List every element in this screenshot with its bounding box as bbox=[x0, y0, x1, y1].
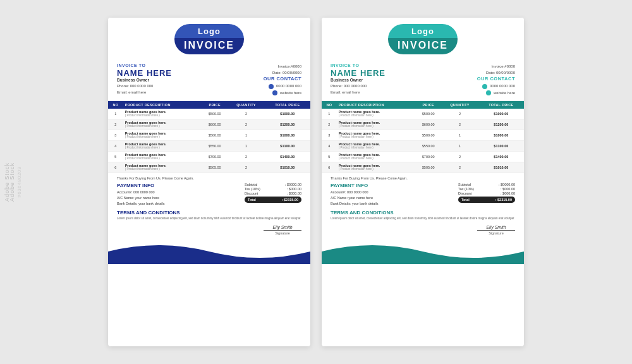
ac-name-left: A/C Name: your name here bbox=[117, 195, 245, 201]
phone-contact-left: 0000 0000 000 bbox=[264, 83, 301, 89]
info-section-left: INVOICE TO NAME HERE Business Owner Phon… bbox=[108, 59, 310, 99]
cell-price: $600.00 bbox=[415, 119, 441, 130]
account-right: Account#: 000 0000 000 bbox=[331, 190, 458, 195]
payment-info-block-right: PAYMENT INFO Account#: 000 0000 000 A/C … bbox=[331, 183, 458, 207]
total-final-right: Total : $2315.00 bbox=[458, 197, 515, 203]
our-contact-label-left: OUR CONTACT bbox=[264, 76, 301, 82]
invoice-meta-right: Invoice:#0000 Date: 00/00/0000 OUR CONTA… bbox=[477, 63, 515, 96]
totals-block-left: Subtotal : $0000.00 Tax (10%) : $000.00 … bbox=[245, 183, 301, 203]
signature-label-left: Signature bbox=[264, 231, 301, 235]
discount-row-left: Discount : $000.00 bbox=[245, 191, 301, 195]
cell-no: 3 bbox=[108, 130, 123, 140]
cell-no: 5 bbox=[322, 151, 337, 162]
table-row: 4 Product name goes here. ( Product Info… bbox=[322, 140, 524, 151]
signature-line-left bbox=[264, 230, 301, 231]
footer-wave-right bbox=[322, 239, 524, 264]
bank-right: Bank Details: your bank details bbox=[331, 201, 458, 207]
col-qty-right: QUANTITY bbox=[441, 101, 478, 109]
phone-right: Phone: 000 0000 000 bbox=[331, 83, 386, 90]
col-total-left: TOTAL PRICE bbox=[265, 101, 310, 109]
account-left: Account#: 000 0000 000 bbox=[117, 190, 245, 195]
cell-qty: 2 bbox=[228, 151, 264, 162]
cell-qty: 2 bbox=[228, 109, 264, 119]
col-no-right: NO bbox=[322, 101, 337, 109]
subtotal-row-right: Subtotal : $0000.00 bbox=[458, 183, 515, 186]
invoice-text-left: INVOICE bbox=[174, 38, 244, 54]
invoice-table-right: NO PRODUCT DESCRIPTION PRICE QUANTITY TO… bbox=[322, 101, 524, 173]
cell-desc: Product name goes here. ( Product Inform… bbox=[123, 140, 202, 151]
bottom-section-left: Thanks For Buying From Us. Please Come A… bbox=[108, 173, 310, 207]
cell-qty: 2 bbox=[228, 119, 264, 130]
cell-price: $500.00 bbox=[415, 130, 441, 140]
cell-total: $1000.00 bbox=[478, 109, 524, 119]
website-icon-left bbox=[272, 90, 277, 95]
cell-desc: Product name goes here. ( Product Inform… bbox=[123, 109, 202, 119]
logo-box-left: Logo INVOICE bbox=[174, 24, 244, 54]
invoice-num-left: Invoice:#0000 bbox=[264, 63, 301, 70]
cell-qty: 1 bbox=[441, 140, 478, 151]
thanks-right: Thanks For Buying From Us. Please Come A… bbox=[331, 176, 515, 180]
cell-qty: 1 bbox=[228, 140, 264, 151]
signature-area-right: Elly Smith Signature bbox=[322, 224, 524, 235]
col-desc-left: PRODUCT DESCRIPTION bbox=[123, 101, 202, 109]
invoice-text-right: INVOICE bbox=[388, 38, 458, 54]
logo-text-left: Logo bbox=[174, 24, 244, 38]
cell-price: $500.00 bbox=[202, 109, 228, 119]
col-price-right: PRICE bbox=[415, 101, 441, 109]
col-no-left: NO bbox=[108, 101, 123, 109]
cell-total: $1200.00 bbox=[265, 119, 310, 130]
cell-no: 6 bbox=[322, 162, 337, 173]
cell-qty: 2 bbox=[441, 119, 478, 130]
logo-text-right: Logo bbox=[388, 24, 458, 38]
signature-name-right: Elly Smith bbox=[477, 225, 515, 229]
cell-desc: Product name goes here. ( Product Inform… bbox=[337, 130, 415, 140]
table-row: 1 Product name goes here. ( Product Info… bbox=[322, 109, 524, 119]
invoice-left: Logo INVOICE INVOICE TO NAME HERE Busine… bbox=[108, 18, 310, 346]
cell-desc: Product name goes here. ( Product Inform… bbox=[337, 109, 415, 119]
cell-price: $500.00 bbox=[415, 109, 441, 119]
cell-price: $505.00 bbox=[202, 162, 228, 173]
table-row: 6 Product name goes here. ( Product Info… bbox=[108, 162, 310, 173]
cell-no: 2 bbox=[108, 119, 123, 130]
subtotal-row-left: Subtotal : $0000.00 bbox=[245, 183, 301, 186]
terms-text-right: Lorem ipsum dolor sit amet, consectetuer… bbox=[331, 217, 515, 221]
cell-desc: Product name goes here. ( Product Inform… bbox=[337, 119, 415, 130]
totals-block-right: Subtotal : $0000.00 Tax (10%) : $000.00 … bbox=[458, 183, 515, 203]
table-row: 3 Product name goes here. ( Product Info… bbox=[322, 130, 524, 140]
website-icon-right bbox=[486, 90, 491, 95]
signature-line-right bbox=[477, 230, 515, 231]
terms-label-left: TERMS AND CONDITIONS bbox=[117, 210, 301, 215]
invoice-table-left: NO PRODUCT DESCRIPTION PRICE QUANTITY TO… bbox=[108, 101, 310, 173]
cell-total: $1100.00 bbox=[265, 140, 310, 151]
date-right: Date: 00/00/0000 bbox=[477, 70, 515, 76]
cell-qty: 1 bbox=[441, 130, 478, 140]
cell-desc: Product name goes here. ( Product Inform… bbox=[123, 151, 202, 162]
cell-no: 4 bbox=[322, 140, 337, 151]
terms-text-left: Lorem ipsum dolor sit amet, consectetuer… bbox=[117, 217, 301, 221]
cell-total: $1000.00 bbox=[478, 130, 524, 140]
cell-qty: 2 bbox=[441, 151, 478, 162]
name-here-right: NAME HERE bbox=[331, 68, 386, 78]
bottom-section-right: Thanks For Buying From Us. Please Come A… bbox=[322, 173, 524, 207]
table-row: 2 Product name goes here. ( Product Info… bbox=[322, 119, 524, 130]
cell-price: $505.00 bbox=[415, 162, 441, 173]
cell-price: $500.00 bbox=[202, 130, 228, 140]
cell-price: $600.00 bbox=[202, 119, 228, 130]
table-row: 3 Product name goes here. ( Product Info… bbox=[108, 130, 310, 140]
cell-no: 5 bbox=[108, 151, 123, 162]
cell-total: $1010.00 bbox=[265, 162, 310, 173]
date-left: Date: 00/00/0000 bbox=[264, 70, 301, 76]
table-row: 2 Product name goes here. ( Product Info… bbox=[108, 119, 310, 130]
cell-total: $1000.00 bbox=[265, 109, 310, 119]
bank-left: Bank Details: your bank details bbox=[117, 201, 245, 207]
cell-total: $1400.00 bbox=[478, 151, 524, 162]
cell-no: 3 bbox=[322, 130, 337, 140]
phone-icon-right bbox=[482, 84, 487, 89]
website-contact-right: website here bbox=[477, 90, 515, 96]
col-price-left: PRICE bbox=[202, 101, 228, 109]
payment-totals-row-left: PAYMENT INFO Account#: 000 0000 000 A/C … bbox=[117, 183, 301, 207]
business-owner-right: Business Owner bbox=[331, 78, 386, 82]
invoice-right: Logo INVOICE INVOICE TO NAME HERE Busine… bbox=[322, 18, 524, 346]
footer-wave-left bbox=[108, 239, 310, 264]
cell-no: 1 bbox=[108, 109, 123, 119]
